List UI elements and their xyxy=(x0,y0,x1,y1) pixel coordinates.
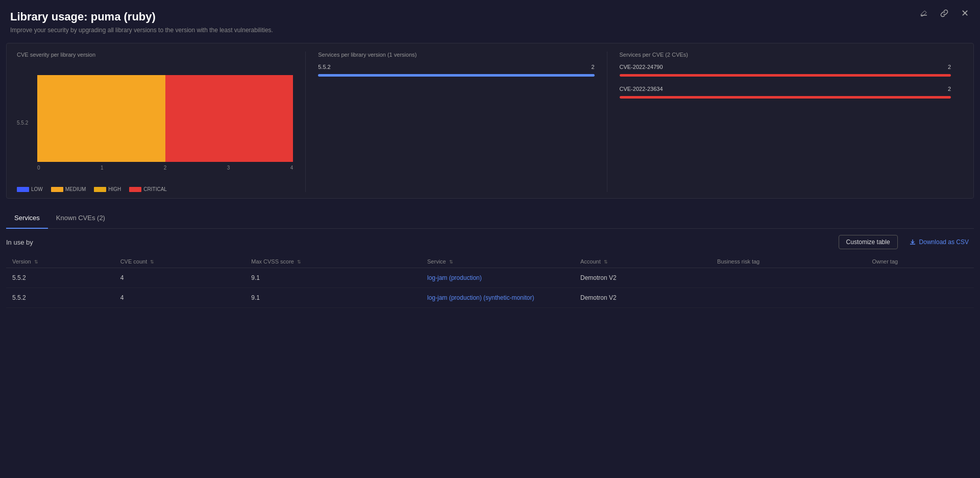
legend-high-color xyxy=(94,187,106,192)
page-title: Library usage: puma (ruby) xyxy=(10,10,970,23)
cve-severity-title: CVE severity per library version xyxy=(17,52,293,58)
download-csv-button[interactable]: Download as CSV xyxy=(904,235,974,249)
in-use-by-label: In use by xyxy=(6,238,33,246)
hbar-track xyxy=(318,74,594,77)
y-axis-label: 5.5.2 xyxy=(17,120,28,126)
hbar-cve2-track xyxy=(620,96,951,99)
service-link-1[interactable]: log-jam (production) xyxy=(427,274,482,281)
cell-account-2: Demotron V2 xyxy=(574,288,711,308)
services-per-version-title: Services per library version (1 versions… xyxy=(318,52,594,58)
cell-max-cvss-1: 9.1 xyxy=(245,268,421,288)
header: Library usage: puma (ruby) Improve your … xyxy=(0,0,980,34)
close-icon-btn[interactable]: ✕ xyxy=(958,6,972,20)
col-version: Version ⇅ xyxy=(6,255,114,268)
charts-section: CVE severity per library version 5.5.2 0… xyxy=(6,43,974,199)
sort-icon-max-cvss[interactable]: ⇅ xyxy=(297,259,301,265)
cell-account-1: Demotron V2 xyxy=(574,268,711,288)
page-subtitle: Improve your security by upgrading all l… xyxy=(10,27,970,34)
cell-cve-count-1: 4 xyxy=(114,268,246,288)
col-owner-tag: Owner tag xyxy=(866,255,974,268)
legend-medium-color xyxy=(51,187,63,192)
download-icon xyxy=(909,238,916,246)
hbar-version-value: 2 xyxy=(591,64,594,72)
cell-business-risk-1 xyxy=(711,268,866,288)
cell-version-2: 5.5.2 xyxy=(6,288,114,308)
services-per-cve-chart: Services per CVE (2 CVEs) CVE-2022-24790… xyxy=(607,52,964,192)
legend-low: LOW xyxy=(17,186,43,192)
legend-high-label: HIGH xyxy=(108,186,121,192)
sort-icon-version[interactable]: ⇅ xyxy=(34,259,38,265)
service-link-2[interactable]: log-jam (production) (synthetic-monitor) xyxy=(427,294,534,301)
legend-critical-color xyxy=(129,187,141,192)
col-business-risk-tag: Business risk tag xyxy=(711,255,866,268)
legend-low-color xyxy=(17,187,29,192)
hbar-cve2-value: 2 xyxy=(948,86,951,94)
services-per-cve-title: Services per CVE (2 CVEs) xyxy=(620,52,951,58)
cell-business-risk-2 xyxy=(711,288,866,308)
tab-known-cves[interactable]: Known CVEs (2) xyxy=(48,208,113,229)
cell-cve-count-2: 4 xyxy=(114,288,246,308)
hbar-cve1-label: CVE-2022-24790 xyxy=(620,64,691,70)
cell-version-1: 5.5.2 xyxy=(6,268,114,288)
table-header-row: In use by Customize table Download as CS… xyxy=(6,235,974,249)
data-table: Version ⇅ CVE count ⇅ Max CVSS score ⇅ S… xyxy=(6,255,974,308)
legend-high: HIGH xyxy=(94,186,121,192)
hbar-cve2-fill xyxy=(620,96,951,99)
window-controls: ✕ xyxy=(917,6,972,20)
hbar-cve1-track xyxy=(620,74,951,77)
chart-legend: LOW MEDIUM HIGH CRITICAL xyxy=(17,186,293,192)
table-row: 5.5.2 4 9.1 log-jam (production) (synthe… xyxy=(6,288,974,308)
table-header: Version ⇅ CVE count ⇅ Max CVSS score ⇅ S… xyxy=(6,255,974,268)
x-label-3: 3 xyxy=(227,165,230,171)
hbar-item-552: 5.5.2 2 xyxy=(318,64,594,77)
x-label-1: 1 xyxy=(101,165,104,171)
cve-severity-chart: CVE severity per library version 5.5.2 0… xyxy=(17,52,305,192)
col-service: Service ⇅ xyxy=(421,255,574,268)
table-section: In use by Customize table Download as CS… xyxy=(6,229,974,308)
tab-services[interactable]: Services xyxy=(6,208,48,229)
table-row: 5.5.2 4 9.1 log-jam (production) Demotro… xyxy=(6,268,974,288)
hbar-cve-2: CVE-2022-23634 2 xyxy=(620,86,951,99)
x-label-4: 4 xyxy=(290,165,293,171)
cell-max-cvss-2: 9.1 xyxy=(245,288,421,308)
hbar-fill xyxy=(318,74,594,77)
cell-service-2: log-jam (production) (synthetic-monitor) xyxy=(421,288,574,308)
edit-icon-btn[interactable] xyxy=(917,6,931,20)
sort-icon-account[interactable]: ⇅ xyxy=(604,259,608,265)
services-per-version-bars: 5.5.2 2 xyxy=(318,64,594,77)
bar-high xyxy=(37,75,165,162)
x-label-2: 2 xyxy=(164,165,167,171)
col-account: Account ⇅ xyxy=(574,255,711,268)
col-cve-count: CVE count ⇅ xyxy=(114,255,246,268)
bar-critical xyxy=(165,75,293,162)
x-label-0: 0 xyxy=(37,165,40,171)
cell-service-1: log-jam (production) xyxy=(421,268,574,288)
sort-icon-service[interactable]: ⇅ xyxy=(449,259,453,265)
hbar-version-label: 5.5.2 xyxy=(318,64,389,70)
services-per-version-chart: Services per library version (1 versions… xyxy=(305,52,606,192)
hbar-cve1-fill xyxy=(620,74,951,77)
cell-owner-tag-2 xyxy=(866,288,974,308)
customize-table-button[interactable]: Customize table xyxy=(839,235,898,249)
sort-icon-cve-count[interactable]: ⇅ xyxy=(150,259,154,265)
legend-medium-label: MEDIUM xyxy=(65,186,86,192)
link-icon-btn[interactable] xyxy=(937,6,951,20)
hbar-cve2-label: CVE-2022-23634 xyxy=(620,86,691,92)
legend-critical: CRITICAL xyxy=(129,186,167,192)
tabs: Services Known CVEs (2) xyxy=(6,208,974,228)
legend-medium: MEDIUM xyxy=(51,186,86,192)
legend-critical-label: CRITICAL xyxy=(143,186,167,192)
hbar-cve-1: CVE-2022-24790 2 xyxy=(620,64,951,77)
table-actions: Customize table Download as CSV xyxy=(839,235,974,249)
cell-owner-tag-1 xyxy=(866,268,974,288)
tabs-section: Services Known CVEs (2) xyxy=(6,208,974,229)
hbar-cve1-value: 2 xyxy=(948,64,951,72)
services-per-cve-bars: CVE-2022-24790 2 CVE-2022-23634 2 xyxy=(620,64,951,99)
col-max-cvss: Max CVSS score ⇅ xyxy=(245,255,421,268)
legend-low-label: LOW xyxy=(31,186,43,192)
